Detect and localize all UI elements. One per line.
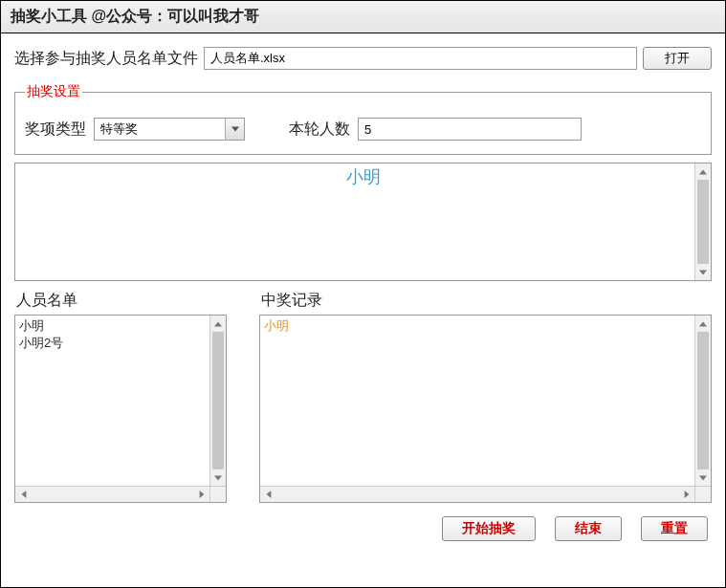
scroll-corner (694, 486, 711, 502)
scroll-thumb[interactable] (212, 332, 224, 469)
scroll-thumb[interactable] (697, 180, 709, 264)
content-area: 选择参与抽奖人员名单文件 打开 抽奖设置 奖项类型 本轮人数 小明 (1, 33, 725, 587)
display-scrollbar[interactable] (694, 163, 711, 280)
reset-button[interactable]: 重置 (641, 516, 708, 541)
prize-type-combobox[interactable] (94, 118, 245, 141)
scroll-corner (209, 486, 226, 502)
app-window: 抽奖小工具 @公众号：可以叫我才哥 选择参与抽奖人员名单文件 打开 抽奖设置 奖… (0, 0, 726, 588)
settings-legend: 抽奖设置 (25, 83, 82, 100)
end-button[interactable]: 结束 (555, 516, 622, 541)
settings-fieldset: 抽奖设置 奖项类型 本轮人数 (14, 83, 712, 155)
current-name-display: 小明 (14, 163, 712, 281)
window-titlebar: 抽奖小工具 @公众号：可以叫我才哥 (1, 1, 725, 33)
scroll-up-icon[interactable] (210, 316, 226, 332)
win-records-content[interactable]: 小明 (260, 316, 694, 486)
lists-row: 人员名单 小明小明2号 中奖记录 (14, 291, 712, 503)
scroll-left-icon[interactable] (260, 487, 276, 502)
list-item[interactable]: 小明2号 (19, 335, 206, 352)
scroll-thumb[interactable] (697, 332, 709, 469)
file-chooser-label: 选择参与抽奖人员名单文件 (14, 49, 198, 69)
name-list-box: 小明小明2号 (14, 315, 227, 503)
win-records-column: 中奖记录 小明 (259, 291, 712, 503)
win-records-title: 中奖记录 (259, 291, 712, 311)
start-lottery-button[interactable]: 开始抽奖 (442, 516, 536, 541)
scroll-left-icon[interactable] (15, 487, 32, 502)
scroll-up-icon[interactable] (695, 163, 711, 180)
round-count-input[interactable] (358, 118, 582, 141)
win-records-vscroll[interactable] (694, 316, 711, 486)
prize-type-input[interactable] (94, 118, 245, 141)
scroll-down-icon[interactable] (210, 469, 226, 486)
scroll-right-icon[interactable] (678, 487, 694, 502)
list-item[interactable]: 小明 (19, 317, 206, 335)
scroll-down-icon[interactable] (695, 469, 711, 486)
file-chooser-row: 选择参与抽奖人员名单文件 打开 (14, 47, 712, 70)
win-records-box: 小明 (259, 315, 712, 503)
list-item[interactable]: 小明 (264, 317, 691, 335)
name-list-content[interactable]: 小明小明2号 (15, 316, 209, 486)
scroll-up-icon[interactable] (695, 316, 711, 332)
open-file-button[interactable]: 打开 (643, 47, 712, 70)
round-count-label: 本轮人数 (289, 120, 350, 140)
scroll-right-icon[interactable] (193, 487, 209, 502)
name-list-title: 人员名单 (14, 291, 227, 311)
settings-row: 奖项类型 本轮人数 (25, 118, 701, 141)
action-button-row: 开始抽奖 结束 重置 (14, 512, 712, 541)
chevron-down-icon[interactable] (225, 119, 244, 140)
name-list-hscroll[interactable] (15, 486, 209, 502)
name-list-vscroll[interactable] (209, 316, 226, 486)
scroll-down-icon[interactable] (695, 264, 711, 280)
name-list-column: 人员名单 小明小明2号 (14, 291, 227, 503)
window-title: 抽奖小工具 @公众号：可以叫我才哥 (11, 8, 259, 24)
file-path-input[interactable] (204, 47, 637, 70)
prize-type-label: 奖项类型 (25, 120, 86, 140)
win-records-hscroll[interactable] (260, 486, 694, 502)
current-name-text: 小明 (15, 163, 711, 188)
